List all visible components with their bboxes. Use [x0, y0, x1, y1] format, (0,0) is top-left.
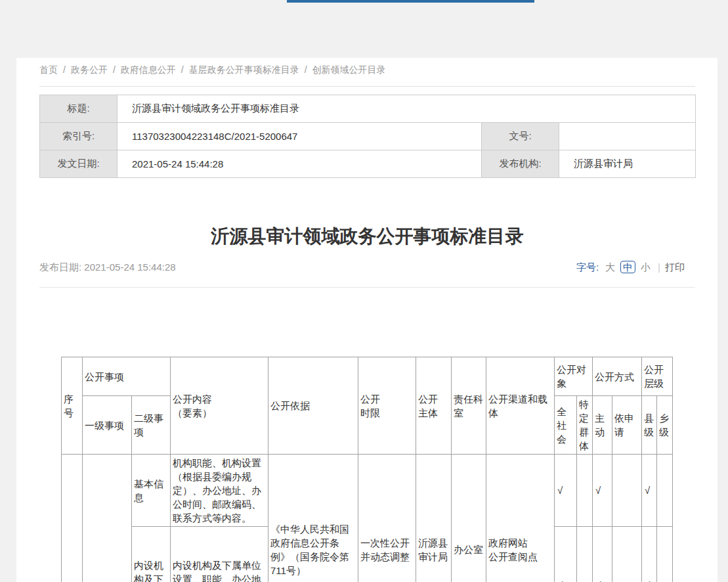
breadcrumb-home[interactable]: 首页	[39, 64, 58, 75]
check-xiangji	[657, 527, 673, 582]
font-size-label: 字号:	[576, 261, 599, 273]
breadcrumb-separator: /	[63, 64, 66, 75]
header-teding: 特定群体	[577, 396, 593, 455]
document-meta-table: 标题: 沂源县审计领域政务公开事项标准目录 索引号: 1137032300422…	[39, 95, 696, 178]
check-teding	[577, 527, 593, 582]
font-size-medium-button[interactable]: 中	[620, 261, 635, 273]
font-size-large-button[interactable]: 大	[605, 261, 615, 273]
check-yishenqing	[612, 527, 642, 582]
check-teding	[577, 455, 593, 527]
meta-date-value: 2021-05-24 15:44:28	[118, 150, 482, 178]
catalog-data-row-1: 基本信息 机构职能、机构设置（根据县委编办规定）、办公地址、办公时间、邮政编码、…	[62, 455, 673, 527]
header-zhudong: 主动	[593, 396, 612, 455]
header-yiju: 公开依据	[268, 357, 358, 455]
header-cengji: 公开层级	[642, 357, 673, 396]
publish-date-label: 发布日期:	[39, 261, 81, 273]
meta-row-date: 发文日期: 2021-05-24 15:44:28 发布机构: 沂源县审计局	[40, 150, 696, 178]
cell-yiju: 《中华人民共和国政府信息公开条例》（国务院令第711号）	[268, 455, 358, 582]
breadcrumb-chuangxin[interactable]: 创新领域公开目录	[312, 64, 386, 75]
cell-keshi: 办公室	[452, 455, 486, 582]
controls-separator: |	[658, 261, 660, 273]
cell-qudao: 政府网站 公开查阅点	[486, 455, 555, 582]
article-divider	[39, 287, 695, 288]
top-nav-active-bar	[287, 0, 534, 3]
header-keshi: 责任科室	[452, 357, 486, 455]
cell-erji: 内设机构及下属事业单位	[132, 527, 171, 582]
header-xiangji: 乡级	[657, 396, 673, 455]
catalog-header-row-1: 序号 公开事项 公开内容 （要素） 公开依据 公开 时限 公开 主体 责任科室 …	[62, 357, 673, 396]
check-yishenqing	[612, 455, 642, 527]
header-fangshi: 公开方式	[593, 357, 642, 396]
header-yishenqing: 依申请	[612, 396, 642, 455]
meta-row-index: 索引号: 11370323004223148C/2021-5200647 文号:	[40, 123, 696, 150]
meta-row-title: 标题: 沂源县审计领域政务公开事项标准目录	[40, 95, 696, 123]
check-xiangji	[657, 455, 673, 527]
check-xianji: √	[642, 527, 657, 582]
cell-erji: 基本信息	[132, 455, 171, 527]
meta-agency-value: 沂源县审计局	[559, 150, 696, 178]
header-qudao: 公开渠道和载体	[486, 357, 555, 455]
publish-date-value: 2021-05-24 15:44:28	[84, 261, 175, 273]
meta-agency-label: 发布机构:	[482, 150, 559, 178]
cell-shixian: 一次性公开并动态调整	[358, 455, 416, 582]
breadcrumb-zhengwu[interactable]: 政务公开	[71, 64, 108, 75]
meta-docno-label: 文号:	[482, 123, 559, 150]
content-panel: 首页/政务公开/政府信息公开/基层政务公开事项标准目录/创新领域公开目录 标题:…	[16, 58, 717, 582]
cell-zhuti: 沂源县审计局	[416, 455, 452, 582]
font-size-controls: 字号:大中小|打印	[576, 261, 685, 274]
publish-date: 发布日期: 2021-05-24 15:44:28	[39, 261, 176, 274]
header-duixiang: 公开对象	[555, 357, 593, 396]
cell-neirong: 内设机构及下属单位设置、职能、办公地址、办公时间、联系方式、负责人姓名等	[171, 527, 268, 582]
header-shixian: 公开 时限	[358, 357, 416, 455]
print-button[interactable]: 打印	[665, 261, 685, 273]
meta-title-value: 沂源县审计领域政务公开事项标准目录	[118, 95, 696, 123]
meta-title-label: 标题:	[40, 95, 118, 123]
publish-info-row: 发布日期: 2021-05-24 15:44:28 字号:大中小|打印	[39, 261, 695, 276]
header-gongkai-shixiang: 公开事项	[83, 357, 171, 396]
font-size-small-button[interactable]: 小	[641, 261, 651, 273]
header-xianji: 县级	[642, 396, 657, 455]
check-quanshehui: √	[555, 527, 577, 582]
breadcrumb-separator: /	[181, 64, 184, 75]
breadcrumb-separator: /	[113, 64, 116, 75]
page-title: 沂源县审计领域政务公开事项标准目录	[39, 224, 695, 249]
header-yiji: 一级事项	[83, 396, 132, 455]
cell-neirong: 机构职能、机构设置（根据县委编办规定）、办公地址、办公时间、邮政编码、联系方式等…	[171, 455, 268, 527]
header-neirong: 公开内容 （要素）	[171, 357, 268, 455]
breadcrumb-separator: /	[305, 64, 307, 75]
breadcrumb-xinxi[interactable]: 政府信息公开	[121, 64, 176, 75]
cell-yiji	[83, 455, 132, 582]
header-erji: 二级事项	[132, 396, 171, 455]
meta-index-value: 11370323004223148C/2021-5200647	[118, 123, 482, 150]
header-xuhao: 序号	[62, 357, 83, 455]
breadcrumb-divider	[39, 86, 695, 87]
header-quanshehui: 全社会	[555, 396, 577, 455]
check-xianji: √	[642, 455, 657, 527]
meta-date-label: 发文日期:	[40, 150, 118, 178]
meta-docno-value	[559, 123, 696, 150]
check-quanshehui: √	[555, 455, 577, 527]
breadcrumb-jiceng[interactable]: 基层政务公开事项标准目录	[189, 64, 299, 75]
check-zhudong: √	[593, 527, 612, 582]
check-zhudong: √	[593, 455, 612, 527]
breadcrumb: 首页/政务公开/政府信息公开/基层政务公开事项标准目录/创新领域公开目录	[39, 64, 695, 76]
meta-index-label: 索引号:	[40, 123, 118, 150]
catalog-table: 序号 公开事项 公开内容 （要素） 公开依据 公开 时限 公开 主体 责任科室 …	[61, 357, 673, 582]
header-zhuti: 公开 主体	[416, 357, 452, 455]
cell-xuhao	[62, 455, 83, 582]
